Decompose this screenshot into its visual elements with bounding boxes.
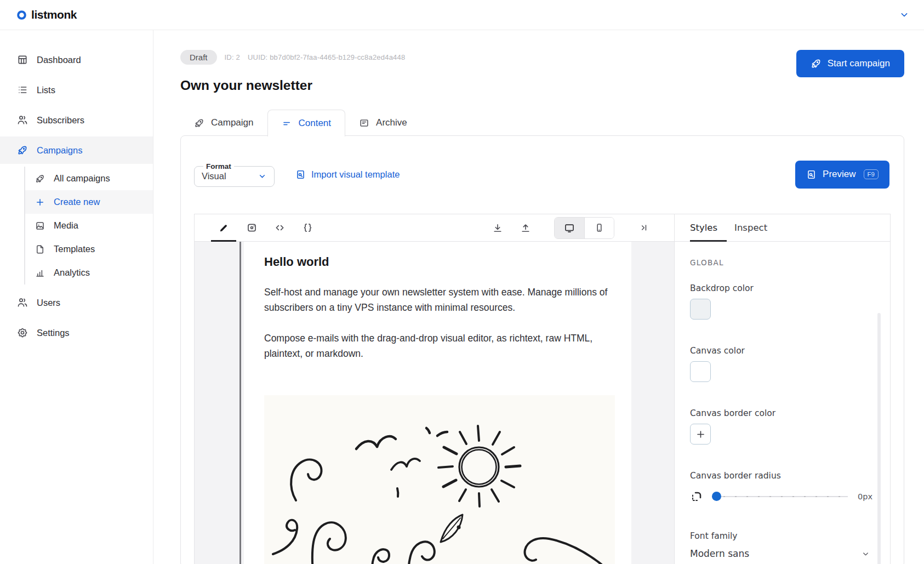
- main-content: Draft ID: 2 UUID: bb7d0bf2-7faa-4465-b12…: [153, 30, 924, 564]
- visual-editor: Hello world Self-host and manage your ow…: [194, 214, 891, 564]
- email-body[interactable]: Hello world Self-host and manage your ow…: [244, 242, 631, 564]
- sidebar-item-lists[interactable]: Lists: [0, 76, 153, 104]
- sidebar-item-label: Media: [54, 220, 78, 231]
- chevron-bar-right-icon: [638, 223, 649, 233]
- list-icon: [17, 84, 28, 95]
- plus-icon: [695, 429, 706, 440]
- sidebar-item-analytics[interactable]: Analytics: [25, 261, 153, 284]
- sidebar-item-subscribers[interactable]: Subscribers: [0, 106, 153, 134]
- pencil-icon: [218, 223, 229, 233]
- font-family-label: Font family: [690, 531, 875, 541]
- status-badge: Draft: [180, 50, 217, 65]
- canvas-border-color-swatch[interactable]: [690, 424, 711, 445]
- preview-button[interactable]: Preview F9: [795, 161, 889, 189]
- start-campaign-label: Start campaign: [828, 58, 890, 69]
- import-visual-template-link[interactable]: Import visual template: [295, 169, 400, 180]
- styles-panel-scrollbar[interactable]: [877, 313, 881, 564]
- download-icon: [492, 223, 503, 233]
- account-menu-toggle[interactable]: [899, 9, 910, 20]
- campaigns-subnav: All campaigns Create new Media Templates: [24, 167, 153, 284]
- sidebar-item-dashboard[interactable]: Dashboard: [0, 46, 153, 73]
- analytics-chart-icon: [35, 268, 45, 278]
- tab-inspect[interactable]: Inspect: [734, 223, 767, 233]
- sidebar-item-label: Settings: [37, 328, 70, 338]
- smartphone-icon: [594, 223, 604, 233]
- users-icon: [17, 297, 28, 308]
- text-lines-icon: [282, 118, 292, 129]
- chevron-down-icon: [862, 550, 870, 558]
- tab-label: Campaign: [211, 117, 254, 128]
- canvas-border-radius-control: 0px: [690, 488, 875, 505]
- sidebar-item-media[interactable]: Media: [25, 214, 153, 237]
- format-select[interactable]: Visual: [202, 171, 267, 181]
- font-family-value: Modern sans: [690, 548, 749, 559]
- tab-campaign[interactable]: Campaign: [180, 110, 267, 136]
- gear-icon: [17, 327, 28, 338]
- slider-track: [712, 496, 848, 497]
- slider-knob[interactable]: [712, 492, 721, 501]
- sidebar-item-settings[interactable]: Settings: [0, 319, 153, 346]
- collapse-panel-button[interactable]: [631, 215, 656, 241]
- editor-canvas-column: Hello world Self-host and manage your ow…: [195, 214, 675, 564]
- format-row: Format Visual Import visual template Pre…: [181, 136, 904, 197]
- border-radius-value: 0px: [858, 492, 872, 501]
- listmonk-logo[interactable]: listmonk: [16, 8, 77, 21]
- page-title: Own your newsletter: [180, 78, 312, 93]
- users-icon: [17, 115, 28, 126]
- sidebar: Dashboard Lists Subscribers Campaigns Al…: [0, 30, 153, 564]
- import-design-button[interactable]: [485, 215, 510, 241]
- email-paragraph[interactable]: Self-host and manage your own newsletter…: [264, 284, 615, 315]
- rocket-icon: [35, 174, 45, 184]
- sidebar-item-label: Create new: [54, 197, 100, 207]
- start-campaign-button[interactable]: Start campaign: [796, 50, 904, 77]
- tab-content[interactable]: Content: [267, 110, 346, 136]
- format-selected-value: Visual: [202, 171, 226, 181]
- canvas-color-swatch[interactable]: [690, 361, 711, 382]
- border-radius-slider[interactable]: [712, 488, 848, 505]
- tab-archive[interactable]: Archive: [345, 110, 421, 136]
- sidebar-item-campaigns[interactable]: Campaigns: [0, 136, 153, 164]
- topbar: listmonk: [0, 0, 924, 30]
- sidebar-item-label: Subscribers: [37, 115, 84, 126]
- braces-icon: [302, 222, 313, 233]
- code-icon: [274, 222, 286, 233]
- chevron-down-icon: [258, 172, 267, 181]
- chevron-down-icon: [899, 9, 910, 20]
- preview-shortcut-badge: F9: [864, 169, 879, 179]
- rocket-icon: [811, 58, 822, 69]
- sidebar-item-label: Users: [37, 298, 60, 308]
- sidebar-item-all-campaigns[interactable]: All campaigns: [25, 167, 153, 190]
- canvas-border-radius-label: Canvas border radius: [690, 471, 875, 481]
- canvas-border-color-label: Canvas border color: [690, 408, 875, 418]
- tab-styles[interactable]: Styles: [690, 223, 717, 233]
- email-heading[interactable]: Hello world: [264, 255, 615, 269]
- import-link-label: Import visual template: [311, 169, 400, 180]
- file-search-icon: [806, 169, 817, 180]
- font-family-select[interactable]: Modern sans: [690, 545, 871, 564]
- edit-tool-button[interactable]: [211, 215, 236, 241]
- sidebar-item-templates[interactable]: Templates: [25, 237, 153, 261]
- email-paragraph[interactable]: Compose e-mails with the drag-and-drop v…: [264, 331, 615, 361]
- email-hero-image[interactable]: [264, 395, 615, 564]
- sidebar-item-label: Lists: [37, 85, 55, 95]
- camera-view-icon: [246, 222, 258, 233]
- styles-panel-body: GLOBAL Backdrop color Canvas color Canva…: [675, 242, 890, 564]
- preview-label: Preview: [823, 169, 855, 180]
- mobile-view-button[interactable]: [584, 218, 614, 238]
- canvas-scrollbar[interactable]: [239, 242, 241, 564]
- styles-panel: Styles Inspect GLOBAL Backdrop color Can…: [675, 214, 890, 564]
- backdrop-color-swatch[interactable]: [690, 299, 711, 320]
- export-design-button[interactable]: [513, 215, 538, 241]
- desktop-view-button[interactable]: [555, 218, 584, 238]
- toolbar-right-group: [485, 215, 659, 241]
- sidebar-item-create-new[interactable]: Create new: [25, 190, 153, 214]
- preview-mode-button[interactable]: [239, 215, 264, 241]
- campaign-tabs: Campaign Content Archive: [180, 110, 421, 136]
- tab-label: Content: [299, 118, 332, 129]
- sidebar-item-label: Analytics: [54, 267, 90, 278]
- doodle-illustration: [264, 395, 615, 564]
- sidebar-item-users[interactable]: Users: [0, 289, 153, 316]
- code-view-button[interactable]: [267, 215, 292, 241]
- email-canvas-backdrop[interactable]: Hello world Self-host and manage your ow…: [195, 242, 674, 564]
- json-view-button[interactable]: [295, 215, 320, 241]
